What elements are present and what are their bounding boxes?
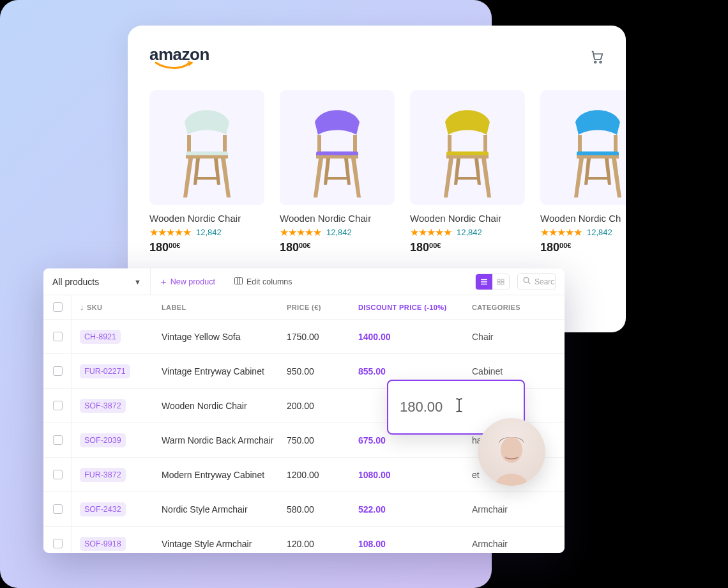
star-rating-icon: ★★★★★	[540, 226, 582, 238]
svg-rect-29	[501, 279, 504, 282]
sku-chip[interactable]: SOF-2039	[80, 433, 126, 447]
svg-point-32	[524, 277, 529, 282]
view-toggle	[475, 274, 510, 290]
svg-rect-10	[316, 155, 358, 159]
product-card[interactable]: Wooden Nordic Chair ★★★★★ 12,842 18000€	[149, 90, 264, 254]
cell-label[interactable]: Warm Nordic Back Armchair	[162, 435, 287, 445]
star-rating-icon: ★★★★★	[149, 226, 191, 238]
row-checkbox[interactable]	[53, 470, 63, 479]
svg-rect-8	[353, 135, 357, 153]
cell-label[interactable]: Wooden Nordic Chair	[162, 401, 287, 411]
sku-chip[interactable]: SOF-3872	[80, 399, 126, 413]
plus-icon: +	[161, 276, 167, 287]
cell-category[interactable]: Chair	[472, 332, 565, 342]
cell-price[interactable]: 120.00	[287, 539, 358, 549]
chevron-down-icon: ▼	[134, 278, 141, 286]
row-checkbox[interactable]	[53, 539, 63, 548]
review-count: 12,842	[326, 228, 352, 237]
select-all-checkbox[interactable]	[53, 302, 63, 312]
cell-price[interactable]: 750.00	[287, 435, 358, 445]
cell-discount[interactable]: 1400.00	[358, 332, 472, 342]
list-view-button[interactable]	[476, 274, 492, 290]
product-card[interactable]: Wooden Nordic Chair ★★★★★ 12,842 18000€	[280, 90, 395, 254]
svg-rect-12	[448, 135, 451, 153]
admin-table-window: All products ▼ + New product Edit column…	[43, 268, 565, 553]
product-title: Wooden Nordic Chair	[149, 213, 264, 224]
cell-category[interactable]: Armchair	[472, 539, 565, 549]
column-header-discount[interactable]: DISCOUNT PRICE (-10%)	[358, 304, 472, 311]
svg-rect-17	[578, 135, 582, 153]
svg-rect-3	[223, 135, 227, 153]
sku-chip[interactable]: CH-8921	[80, 330, 121, 344]
product-price: 18000€	[280, 241, 395, 254]
table-row: CH-8921 Vintage Yellow Sofa 1750.00 1400…	[43, 320, 565, 354]
svg-rect-20	[577, 155, 619, 159]
svg-rect-7	[317, 135, 321, 153]
product-price: 18000€	[540, 241, 626, 254]
product-card[interactable]: Wooden Nordic Chair ★★★★★ 12,842 18000€	[410, 90, 525, 254]
cell-price[interactable]: 1750.00	[287, 332, 358, 342]
product-image	[540, 90, 626, 205]
product-price: 18000€	[410, 241, 525, 254]
product-image	[280, 90, 395, 205]
sku-chip[interactable]: SOF-9918	[80, 537, 126, 551]
cell-discount[interactable]: 108.00	[358, 539, 472, 549]
filter-label: All products	[52, 277, 99, 287]
product-image	[149, 90, 264, 205]
columns-icon	[234, 277, 243, 286]
cell-discount[interactable]: 522.00	[358, 504, 472, 514]
user-avatar	[478, 418, 545, 486]
svg-rect-22	[234, 277, 242, 284]
cell-category[interactable]: Armchair	[472, 504, 565, 514]
column-header-categories[interactable]: CATEGORIES	[472, 304, 565, 311]
grid-view-button[interactable]	[492, 274, 509, 290]
cell-label[interactable]: Vintage Yellow Sofa	[162, 332, 287, 342]
sort-icon: ↓	[80, 302, 84, 312]
new-product-button[interactable]: + New product	[151, 276, 225, 287]
column-header-sku[interactable]: ↓ SKU	[72, 302, 162, 312]
svg-line-33	[528, 282, 530, 284]
product-price: 18000€	[149, 241, 264, 254]
column-header-price[interactable]: PRICE (€)	[287, 304, 358, 311]
sku-chip[interactable]: FUR-3872	[80, 468, 126, 482]
cell-price[interactable]: 580.00	[287, 504, 358, 514]
cell-label[interactable]: Nordic Style Armchair	[162, 504, 287, 514]
svg-point-0	[595, 61, 596, 63]
edit-columns-button[interactable]: Edit columns	[225, 277, 301, 286]
cell-label[interactable]: Vintage Style Armchair	[162, 539, 287, 549]
text-cursor-icon	[454, 397, 464, 417]
row-checkbox[interactable]	[53, 366, 63, 376]
cell-category[interactable]: Cabinet	[472, 366, 565, 376]
star-rating-icon: ★★★★★	[280, 226, 321, 238]
filter-dropdown[interactable]: All products ▼	[43, 268, 151, 295]
cell-price[interactable]: 200.00	[287, 401, 358, 411]
search-input[interactable]: Search	[517, 273, 556, 290]
cell-discount[interactable]: 855.00	[358, 366, 472, 376]
product-title: Wooden Nordic Chair	[410, 213, 525, 224]
cell-price[interactable]: 1200.00	[287, 470, 358, 480]
cell-price[interactable]: 950.00	[287, 366, 358, 376]
review-count: 12,842	[587, 228, 612, 237]
cell-label[interactable]: Modern Entryway Cabinet	[162, 470, 287, 480]
svg-rect-2	[187, 135, 191, 153]
row-checkbox[interactable]	[53, 401, 63, 410]
product-card[interactable]: Wooden Nordic Ch ★★★★★ 12,842 18000€	[540, 90, 626, 254]
row-checkbox[interactable]	[53, 435, 63, 445]
svg-rect-31	[501, 282, 504, 284]
table-header: ↓ SKU LABEL PRICE (€) DISCOUNT PRICE (-1…	[43, 295, 565, 320]
svg-point-1	[600, 61, 602, 63]
cell-label[interactable]: Vintage Entryway Cabinet	[162, 366, 287, 376]
cell-discount[interactable]: 675.00	[358, 435, 472, 445]
product-image	[410, 90, 525, 205]
product-title: Wooden Nordic Ch	[540, 213, 626, 224]
row-checkbox[interactable]	[53, 504, 63, 514]
svg-rect-30	[497, 282, 500, 284]
cell-discount[interactable]: 1080.00	[358, 470, 472, 480]
sku-chip[interactable]: SOF-2432	[80, 502, 126, 516]
cart-icon[interactable]	[590, 50, 604, 66]
review-count: 12,842	[457, 228, 482, 237]
column-header-label[interactable]: LABEL	[162, 304, 287, 311]
review-count: 12,842	[196, 228, 222, 237]
row-checkbox[interactable]	[53, 332, 63, 341]
sku-chip[interactable]: FUR-02271	[80, 364, 130, 378]
